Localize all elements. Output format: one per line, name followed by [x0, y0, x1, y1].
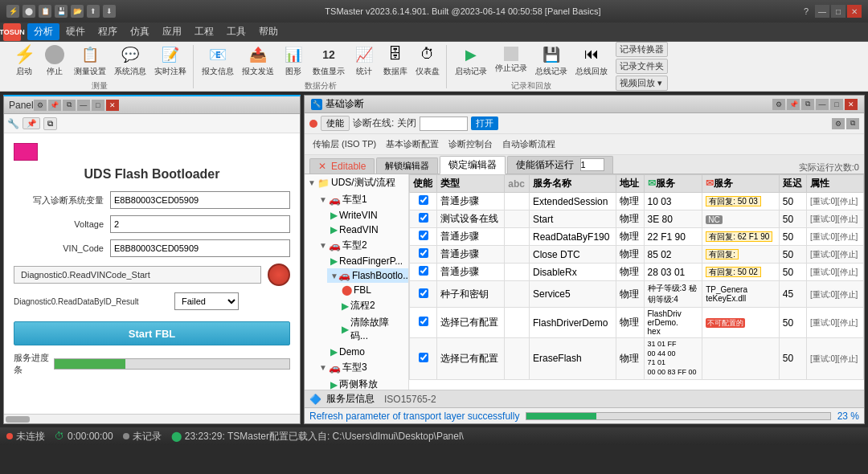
cell-svc2: 有回复: [702, 246, 779, 264]
transport-layer-btn[interactable]: 传输层 (ISO TP) [309, 137, 379, 151]
menu-hardware[interactable]: 硬件 [59, 23, 92, 40]
record-folder-button[interactable]: 记录文件夹 [616, 59, 668, 74]
diag-tb-settings[interactable]: ⚙ [832, 118, 845, 129]
bus-replay-button[interactable]: ⏮ 总线回放 [572, 42, 611, 79]
tree-item-writevin[interactable]: ▶ WriteVIN [327, 208, 408, 223]
tree-car2[interactable]: ▼ 🚗 车型2 [316, 237, 408, 254]
panel-scrollbar[interactable] [4, 414, 300, 423]
tab-editable[interactable]: ✕ Editable [309, 158, 375, 174]
panel-close-button[interactable]: ✕ [106, 100, 119, 111]
online-input[interactable] [420, 116, 468, 131]
diag-copy-button[interactable]: ⧉ [801, 99, 814, 110]
stats-button[interactable]: 📈 统计 [350, 42, 379, 79]
stop-button[interactable]: 停止 [40, 42, 69, 79]
msg-send-button[interactable]: 📤 报文发送 [239, 42, 277, 79]
menu-help[interactable]: 帮助 [252, 23, 285, 40]
vincode-input[interactable] [110, 239, 290, 257]
tree-item-flashboot[interactable]: ▼ 🚗 FlashBootlo... [327, 268, 408, 283]
menu-tools[interactable]: 工具 [220, 23, 252, 40]
video-replay-button[interactable]: 视频回放 ▾ [616, 76, 668, 91]
panel-tb-pin[interactable]: 📌 [23, 117, 40, 129]
tree-item-clearerror[interactable]: ▶ 清除故障码... [338, 314, 408, 345]
diag-pin-button[interactable]: 📌 [787, 99, 800, 110]
tree-item-release[interactable]: ▶ 两侧释放 [327, 376, 408, 390]
service-info-tab[interactable]: 服务层信息 [326, 392, 375, 406]
stop-record-button[interactable]: 停止记录 [492, 42, 530, 79]
table-row: 普通步骤 ExtendedSession 物理 10 03 有回复: 50 03… [410, 193, 864, 210]
voltage-input[interactable] [110, 215, 290, 233]
start-fbl-button[interactable]: Start FBL [14, 321, 290, 345]
tab-unlock-editor[interactable]: 解锁编辑器 [376, 157, 438, 174]
database-button[interactable]: 🗄 数据库 [380, 42, 411, 79]
enable-checkbox[interactable] [419, 213, 428, 223]
menu-simulate[interactable]: 仿真 [124, 23, 156, 40]
menu-apply[interactable]: 应用 [156, 23, 188, 40]
diag-maximize-button[interactable]: □ [830, 99, 843, 110]
sys-message-button[interactable]: 💬 系统消息 [111, 42, 149, 79]
enable-checkbox[interactable] [419, 195, 428, 205]
tree-item-readfinger[interactable]: ▶ ReadFingerP... [327, 254, 408, 268]
enable-checkbox[interactable] [419, 231, 428, 240]
tree-item-demo[interactable]: ▶ Demo [327, 345, 408, 359]
tree-car1[interactable]: ▼ 🚗 车型1 [316, 191, 408, 208]
panel-pin-button[interactable]: 📌 [48, 100, 61, 111]
enable-checkbox[interactable] [419, 288, 428, 298]
diag-minimize-button[interactable]: — [816, 99, 829, 110]
enable-checkbox[interactable] [419, 317, 428, 326]
panel-tb-copy[interactable]: ⧉ [43, 117, 57, 130]
realtime-note-button[interactable]: 📝 实时注释 [151, 42, 190, 79]
enable-checkbox[interactable] [419, 248, 428, 258]
tree-item-readvin[interactable]: ▶ ReadVIN [327, 223, 408, 237]
diag-close-button[interactable]: ✕ [845, 99, 858, 110]
bus-record-icon: 💾 [540, 43, 563, 66]
dashboard-button[interactable]: ⏱ 仪表盘 [412, 42, 443, 79]
menu-project[interactable]: 工程 [188, 23, 220, 40]
tree-root[interactable]: ▼ 📁 UDS/测试/流程 [305, 174, 408, 191]
enable-checkbox[interactable] [419, 266, 428, 276]
panel-maximize-button[interactable]: □ [92, 100, 104, 111]
measure-settings-button[interactable]: 📋 测量设置 [71, 42, 109, 79]
basic-config-btn[interactable]: 基本诊断配置 [383, 137, 442, 151]
diag-settings-button[interactable]: ⚙ [772, 99, 785, 110]
enable-checkbox[interactable] [419, 353, 428, 362]
panel-minimize-button[interactable]: — [77, 100, 90, 111]
record-converter-button[interactable]: 记录转换器 [616, 42, 668, 57]
auto-diag-btn[interactable]: 自动诊断流程 [499, 137, 559, 151]
menu-analyze[interactable]: 分析 [27, 23, 59, 40]
graph-button[interactable]: 📊 图形 [279, 42, 308, 79]
cell-attr: [重试:0][停止] [806, 246, 863, 264]
tab-enable-loop[interactable]: 使能循环运行 [507, 156, 612, 174]
cell-delay: 50 [779, 193, 806, 210]
bus-record-button[interactable]: 💾 总线记录 [532, 42, 571, 79]
diag-controls: ⚙ 📌 ⧉ — □ ✕ [772, 99, 858, 110]
num-display-button[interactable]: 12 数值显示 [309, 42, 348, 79]
msg-send-icon: 📤 [247, 43, 269, 66]
tree-item-flow2[interactable]: ▶ 流程2 [338, 297, 408, 314]
clearerror-icon: ▶ [342, 324, 349, 335]
close-button[interactable]: ✕ [847, 5, 862, 18]
logo-area: TOSUN [3, 23, 21, 41]
tab-lock-editor[interactable]: 锁定编辑器 [440, 156, 506, 174]
start-button[interactable]: ⚡ 启动 [10, 42, 39, 79]
msg-info-button[interactable]: 📧 报文信息 [199, 42, 237, 79]
diag-tb-copy[interactable]: ⧉ [846, 118, 859, 129]
diag-console-btn[interactable]: 诊断控制台 [445, 137, 496, 151]
tree-item-fbl[interactable]: ⬤ FBL [338, 283, 408, 297]
maximize-button[interactable]: □ [831, 5, 845, 18]
enable-button[interactable]: 使能 [321, 116, 350, 131]
help-btn[interactable]: ? [804, 6, 809, 16]
sys-message-label: 系统消息 [114, 66, 146, 77]
open-diag-button[interactable]: 打开 [471, 116, 498, 130]
num-display-icon: 12 [317, 43, 340, 66]
vin-var-input[interactable] [110, 191, 290, 209]
panel-copy-button[interactable]: ⧉ [63, 100, 76, 111]
run-red-button[interactable] [268, 264, 290, 286]
start-record-button[interactable]: ▶ 启动记录 [452, 42, 490, 79]
cell-addr: 物理 [616, 308, 644, 338]
panel-settings-button[interactable]: ⚙ [34, 100, 47, 111]
minimize-button[interactable]: — [815, 5, 829, 18]
result-select[interactable]: Failed [174, 292, 239, 310]
loop-count-input[interactable] [580, 158, 604, 171]
menu-program[interactable]: 程序 [92, 23, 124, 40]
tree-car3[interactable]: ▼ 🚗 车型3 [316, 359, 408, 376]
